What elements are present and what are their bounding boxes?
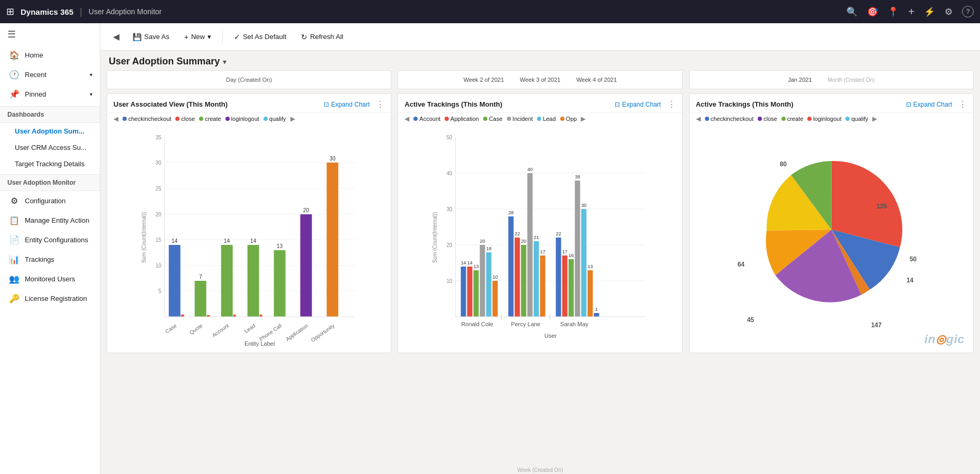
main-content: ◀ 💾 Save As + New ▾ ✓ Set As Default ↻ R… <box>100 23 980 359</box>
location-icon[interactable]: 📍 <box>888 6 899 17</box>
home-label: Home <box>25 51 43 59</box>
rc-application[interactable] <box>467 267 473 317</box>
license-label: License Registration <box>25 295 87 302</box>
y-label-25: 25 <box>156 186 162 192</box>
chart2-menu[interactable]: ⋮ <box>667 99 676 109</box>
legend-prev-3[interactable]: ◀ <box>696 115 701 122</box>
page-title-chevron[interactable]: ▾ <box>223 58 227 66</box>
sm-lead[interactable] <box>581 209 587 317</box>
legend-c-loginlogout: loginlogout <box>807 116 841 122</box>
search-icon[interactable]: 🔍 <box>846 6 858 17</box>
sm-case[interactable] <box>569 259 574 317</box>
sidebar-item-manage-entity[interactable]: 📋 Manage Entity Action <box>0 211 100 230</box>
pl-application[interactable] <box>515 238 520 317</box>
rc-opp[interactable] <box>493 281 498 317</box>
legend-next-2[interactable]: ▶ <box>581 115 586 122</box>
chart3-expand[interactable]: ⊡ Expand Chart <box>906 101 952 108</box>
sm-opp[interactable] <box>588 270 593 317</box>
rc-case[interactable] <box>474 270 479 317</box>
sidebar-item-pinned[interactable]: 📌 Pinned ▾ <box>0 84 100 104</box>
sm-application[interactable] <box>562 255 568 317</box>
hamburger-button[interactable]: ☰ <box>0 23 100 45</box>
chart1-xaxis-label: Entity Label <box>244 340 275 347</box>
bar-lead[interactable] <box>248 245 259 317</box>
inogic-text: in◎gic <box>925 333 965 346</box>
chart1-menu[interactable]: ⋮ <box>376 99 384 109</box>
sidebar-item-license-reg[interactable]: 🔑 License Registration <box>0 289 100 308</box>
help-icon[interactable]: ? <box>962 6 974 17</box>
dot-create <box>199 117 203 121</box>
legend-c-create: create <box>781 116 804 122</box>
add-icon[interactable]: + <box>908 6 915 18</box>
bar-lead-close[interactable] <box>260 315 262 317</box>
pie-val-64: 64 <box>737 261 745 268</box>
legend-prev-1[interactable]: ◀ <box>114 115 118 122</box>
legend-prev-2[interactable]: ◀ <box>404 115 409 122</box>
chart1-expand[interactable]: ⊡ Expand Chart <box>324 101 370 108</box>
sidebar-item-target-tracking[interactable]: Target Tracking Details <box>0 156 100 172</box>
legend-create: create <box>199 116 221 122</box>
chart1-header: Day (Created On) <box>107 70 391 89</box>
expand-icon: ⊡ <box>324 101 329 108</box>
bar-phonecall[interactable] <box>274 250 286 317</box>
dashboard-area: Day (Created On) Week 2 of 2021 Week 3 o… <box>100 70 980 359</box>
pl-lead[interactable] <box>534 241 539 317</box>
sm-extra[interactable] <box>594 313 599 317</box>
rc-account[interactable] <box>461 267 466 317</box>
filter-icon[interactable]: ⚡ <box>924 6 935 17</box>
set-default-button[interactable]: ✓ Set As Default <box>228 30 292 44</box>
sidebar-item-entity-config[interactable]: 📄 Entity Configurations <box>0 230 100 250</box>
bar-case[interactable] <box>169 245 181 317</box>
legend-qualify: qualify <box>263 116 286 122</box>
new-button[interactable]: + New ▾ <box>178 30 217 44</box>
trackings-label: Trackings <box>25 255 54 263</box>
expand-icon-3: ⊡ <box>906 101 911 108</box>
refresh-button[interactable]: ↻ Refresh All <box>295 30 349 44</box>
pl-incident[interactable] <box>527 173 533 317</box>
sidebar-item-trackings[interactable]: 📊 Trackings <box>0 250 100 269</box>
toolbar: ◀ 💾 Save As + New ▾ ✓ Set As Default ↻ R… <box>100 23 980 51</box>
sidebar-item-recent[interactable]: 🕐 Recent ▾ <box>0 65 100 84</box>
pl-account[interactable] <box>508 216 514 317</box>
sm-extra-val: 1 <box>595 307 598 312</box>
save-as-button[interactable]: 💾 Save As <box>127 30 175 44</box>
sm-account-val: 22 <box>556 231 561 236</box>
rc-lead[interactable] <box>486 252 492 317</box>
bar-account[interactable] <box>221 245 233 317</box>
sm-incident-val: 38 <box>575 174 580 179</box>
chart2-expand[interactable]: ⊡ Expand Chart <box>615 101 661 108</box>
dot-lead <box>537 117 541 121</box>
bar-quote[interactable] <box>195 281 206 317</box>
bar-opportunity[interactable] <box>327 163 338 317</box>
bar-case-close[interactable] <box>181 315 184 317</box>
sm-app-val: 17 <box>562 249 568 254</box>
recent-label: Recent <box>25 71 46 79</box>
y-label-35: 35 <box>156 135 162 140</box>
pl-case[interactable] <box>521 245 526 317</box>
sidebar-item-user-adoption-sum[interactable]: User Adoption Sum... <box>0 123 100 139</box>
chart1-title: User Associated View (This Month) <box>114 100 319 108</box>
rc-incident[interactable] <box>480 245 485 317</box>
sm-account[interactable] <box>556 238 561 317</box>
sidebar-item-configuration[interactable]: ⚙ Configuration <box>0 191 100 211</box>
y2-20: 20 <box>447 242 453 248</box>
chart3-menu[interactable]: ⋮ <box>958 99 967 109</box>
bar-application[interactable] <box>300 214 312 317</box>
chart1-card: User Associated View (This Month) ⊡ Expa… <box>107 93 391 353</box>
settings-icon[interactable]: ⚙ <box>945 6 953 17</box>
new-plus-icon: + <box>184 33 189 41</box>
bar-account-close[interactable] <box>233 315 236 317</box>
target-icon[interactable]: 🎯 <box>867 6 878 17</box>
chart1-legend: ◀ checkincheckout close create loginlogo… <box>107 113 391 125</box>
dot-qualify <box>263 117 268 121</box>
sm-incident[interactable] <box>575 181 580 317</box>
legend-next-1[interactable]: ▶ <box>290 115 295 122</box>
legend-next-3[interactable]: ▶ <box>872 115 877 122</box>
sidebar-item-home[interactable]: 🏠 Home <box>0 45 100 65</box>
sidebar-item-user-crm-access[interactable]: User CRM Access Su... <box>0 139 100 156</box>
waffle-icon[interactable]: ⊞ <box>6 6 14 17</box>
pl-opp[interactable] <box>540 255 545 317</box>
sidebar-item-monitored-users[interactable]: 👥 Monitored Users <box>0 269 100 289</box>
y-label-30: 30 <box>156 160 162 166</box>
back-button[interactable]: ◀ <box>109 29 124 44</box>
